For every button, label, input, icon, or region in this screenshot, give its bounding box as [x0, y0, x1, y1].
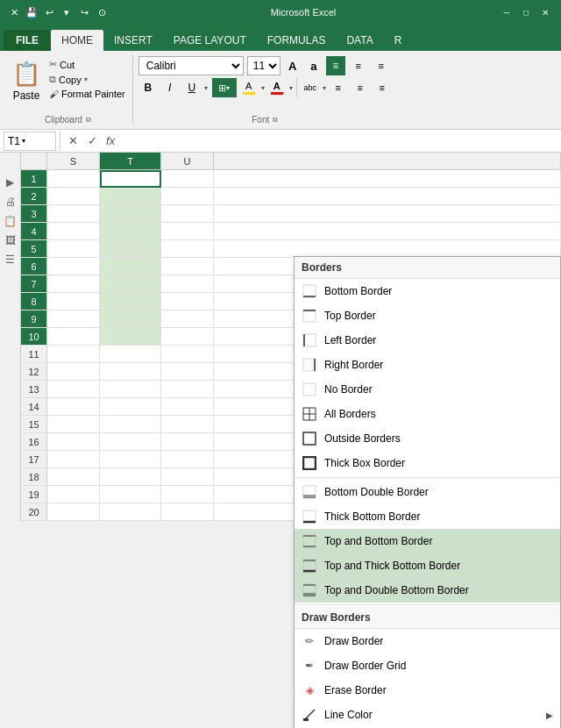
cell-t4[interactable]	[100, 223, 161, 240]
col-header-t[interactable]: T	[100, 153, 161, 169]
cell-t13[interactable]	[100, 381, 161, 398]
font-color-button[interactable]: A	[267, 78, 287, 97]
cell-t5[interactable]	[100, 240, 161, 258]
tab-review[interactable]: R	[384, 30, 413, 51]
wrap-dropdown-icon[interactable]: ▾	[323, 84, 326, 92]
top-bottom-border-item[interactable]: Top and Bottom Border	[295, 529, 560, 553]
cell-u8[interactable]	[161, 293, 214, 310]
paste-button[interactable]: 📋 Paste	[9, 56, 44, 103]
all-borders-item[interactable]: All Borders	[295, 402, 560, 426]
cell-t11[interactable]	[100, 346, 161, 363]
cell-s1[interactable]	[47, 170, 100, 188]
row-num-8[interactable]: 8	[21, 293, 47, 310]
tab-formulas[interactable]: FORMULAS	[257, 30, 337, 51]
top-double-bottom-border-item[interactable]: Top and Double Bottom Border	[295, 578, 560, 603]
tab-insert[interactable]: INSERT	[103, 30, 163, 51]
copy-dropdown-icon[interactable]: ▾	[84, 75, 88, 83]
row-num-15[interactable]: 15	[21, 416, 47, 433]
align-button-active[interactable]: ≡	[326, 56, 345, 75]
cell-s6[interactable]	[47, 258, 100, 275]
thick-bottom-border-item[interactable]: Thick Bottom Border	[295, 504, 560, 529]
row-num-20[interactable]: 20	[21, 503, 47, 521]
row-num-2[interactable]: 2	[21, 188, 47, 205]
confirm-formula-icon[interactable]: ✓	[83, 132, 101, 150]
cell-u16[interactable]	[161, 433, 214, 451]
cell-ref-dropdown-icon[interactable]: ▾	[22, 137, 25, 145]
format-painter-button[interactable]: 🖌 Format Painter	[47, 88, 127, 100]
minimize-button[interactable]: ─	[498, 4, 515, 21]
cell-s2[interactable]	[47, 188, 100, 205]
copy-button[interactable]: ⧉ Copy ▾	[47, 73, 127, 86]
cell-t2[interactable]	[100, 188, 161, 205]
cell-t9[interactable]	[100, 310, 161, 328]
customize-icon[interactable]: ⊙	[95, 5, 109, 19]
row-num-10[interactable]: 10	[21, 328, 47, 346]
fx-icon[interactable]: fx	[103, 134, 118, 147]
align-left-button[interactable]: ≡	[329, 78, 348, 97]
cell-s15[interactable]	[47, 416, 100, 433]
cell-t19[interactable]	[100, 486, 161, 503]
left-border-item[interactable]: Left Border	[295, 328, 560, 353]
cell-t8[interactable]	[100, 293, 161, 310]
cell-ref-box[interactable]: T1 ▾	[4, 132, 56, 151]
bottom-border-item[interactable]: Bottom Border	[295, 279, 560, 303]
save-icon[interactable]: 💾	[25, 5, 39, 19]
undo-dropdown-icon[interactable]: ▾	[60, 5, 74, 19]
cell-u3[interactable]	[161, 205, 214, 223]
cell-u18[interactable]	[161, 468, 214, 486]
erase-border-item[interactable]: ◈ Erase Border	[295, 678, 560, 703]
border-dropdown-icon[interactable]: ▾	[226, 84, 230, 92]
row-num-3[interactable]: 3	[21, 205, 47, 223]
clipboard-expand-icon[interactable]: ⧉	[86, 116, 91, 125]
cell-t1[interactable]	[100, 170, 161, 188]
col-header-u[interactable]: U	[161, 153, 214, 169]
right-border-item[interactable]: Right Border	[295, 353, 560, 377]
maximize-button[interactable]: □	[517, 4, 535, 21]
wrap-text-button[interactable]: abc	[301, 78, 320, 97]
cell-u14[interactable]	[161, 398, 214, 416]
cell-s4[interactable]	[47, 223, 100, 240]
cell-s19[interactable]	[47, 486, 100, 503]
cell-u17[interactable]	[161, 451, 214, 468]
cell-s3[interactable]	[47, 205, 100, 223]
row-num-17[interactable]: 17	[21, 451, 47, 468]
cell-s9[interactable]	[47, 310, 100, 328]
cell-t14[interactable]	[100, 398, 161, 416]
row-num-12[interactable]: 12	[21, 363, 47, 381]
cell-s7[interactable]	[47, 275, 100, 293]
tab-data[interactable]: DATA	[336, 30, 383, 51]
cell-s10[interactable]	[47, 328, 100, 346]
font-name-select[interactable]: Calibri	[138, 56, 244, 75]
font-shrink-button[interactable]: a	[305, 56, 323, 75]
sidebar-icon-5[interactable]: ☰	[2, 251, 19, 268]
cell-t10[interactable]	[100, 328, 161, 346]
row-num-18[interactable]: 18	[21, 468, 47, 486]
cell-s14[interactable]	[47, 398, 100, 416]
underline-dropdown-icon[interactable]: ▾	[204, 84, 208, 92]
col-header-s[interactable]: S	[47, 153, 100, 169]
cell-s11[interactable]	[47, 346, 100, 363]
cell-t3[interactable]	[100, 205, 161, 223]
cell-u1[interactable]	[161, 170, 214, 188]
sidebar-icon-2[interactable]: 🖨	[2, 193, 19, 211]
cell-s12[interactable]	[47, 363, 100, 381]
row-num-4[interactable]: 4	[21, 223, 47, 240]
bold-button[interactable]: B	[138, 78, 158, 97]
cell-t18[interactable]	[100, 468, 161, 486]
row-num-13[interactable]: 13	[21, 381, 47, 398]
cell-u4[interactable]	[161, 223, 214, 240]
row-num-11[interactable]: 11	[21, 346, 47, 363]
row-num-19[interactable]: 19	[21, 486, 47, 503]
cell-s5[interactable]	[47, 240, 100, 258]
undo-icon[interactable]: ↩	[42, 5, 56, 19]
fill-color-button[interactable]: A	[239, 78, 259, 97]
sidebar-icon-1[interactable]: ▶	[2, 174, 19, 191]
no-border-item[interactable]: No Border	[295, 377, 560, 402]
cell-s20[interactable]	[47, 503, 100, 521]
tab-home[interactable]: HOME	[51, 30, 103, 51]
cell-t7[interactable]	[100, 275, 161, 293]
align-right-button[interactable]: ≡	[373, 78, 392, 97]
draw-border-grid-item[interactable]: ✒ Draw Border Grid	[295, 653, 560, 678]
row-num-1[interactable]: 1	[21, 170, 47, 188]
cell-t17[interactable]	[100, 451, 161, 468]
